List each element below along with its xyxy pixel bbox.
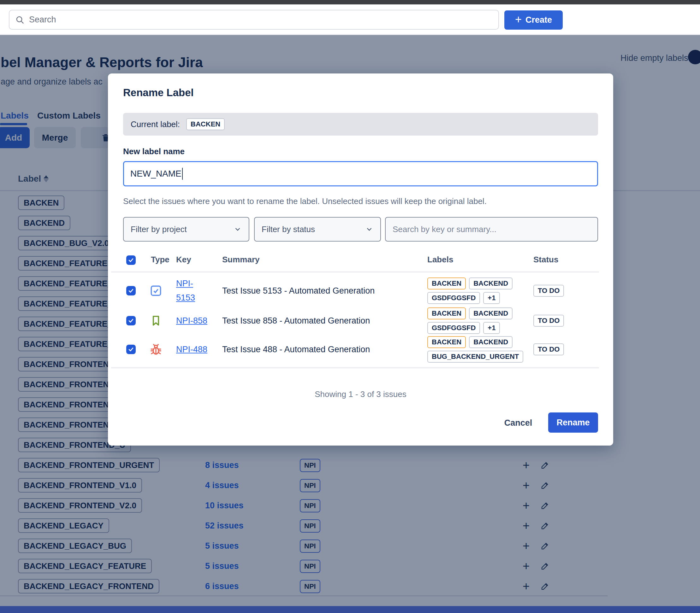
issue-key-link[interactable]: NPI-5153: [176, 276, 208, 304]
modal-title: Rename Label: [123, 87, 194, 99]
issues-table-header: Type Key Summary Labels Status: [108, 253, 613, 267]
issue-summary: Test Issue 488 - Automated Generation: [222, 345, 370, 354]
label-chip: BACKEND: [469, 336, 512, 348]
row-checkbox[interactable]: [126, 316, 136, 325]
label-chip: BACKEND: [469, 277, 512, 289]
chevron-down-icon: [233, 225, 242, 233]
issue-key-link[interactable]: NPI-858: [176, 314, 208, 328]
row-checkbox[interactable]: [126, 286, 136, 296]
issue-row: NPI-5153 Test Issue 5153 - Automated Gen…: [108, 272, 613, 309]
search-placeholder: Search: [29, 15, 56, 25]
pagination-summary: Showing 1 - 3 of 3 issues: [108, 389, 613, 399]
column-header-summary: Summary: [222, 255, 260, 264]
issue-row: NPI-858 Test Issue 858 - Automated Gener…: [108, 309, 613, 332]
story-icon: [149, 314, 163, 328]
current-label-band: Current label: BACKEN: [123, 113, 598, 135]
label-chip: BACKEN: [427, 308, 466, 319]
current-label-caption: Current label:: [131, 119, 180, 129]
search-icon: [15, 15, 25, 25]
rename-button[interactable]: Rename: [548, 413, 598, 433]
issue-search-input[interactable]: Search by key or summary...: [385, 217, 598, 242]
chevron-down-icon: [365, 225, 373, 233]
column-header-status: Status: [533, 255, 558, 264]
row-checkbox[interactable]: [126, 345, 136, 354]
issue-search-placeholder: Search by key or summary...: [393, 224, 496, 234]
app-header: Search + Create: [0, 4, 700, 35]
label-chip: BUG_BACKEND_URGENT: [427, 351, 523, 363]
issue-summary: Test Issue 5153 - Automated Generation: [222, 286, 374, 296]
rename-label-modal: Rename Label Current label: BACKEN New l…: [108, 74, 613, 446]
more-labels-chip: +1: [483, 292, 500, 304]
label-chip: BACKEND: [469, 308, 512, 319]
column-header-type: Type: [151, 255, 169, 264]
status-badge: TO DO: [533, 343, 564, 355]
new-label-name-label: New label name: [123, 147, 184, 156]
status-cell: TO DO: [533, 285, 564, 297]
current-label-chip: BACKEN: [186, 118, 225, 130]
new-label-name-input[interactable]: NEW_NAME: [123, 161, 598, 186]
status-cell: TO DO: [533, 343, 564, 355]
issue-labels: BACKEN BACKEND BUG_BACKEND_URGENT: [427, 336, 523, 363]
issue-labels: BACKEN BACKEND GSDFGGSFD +1: [427, 308, 512, 334]
browser-chrome-strip: [0, 0, 700, 4]
status-badge: TO DO: [533, 315, 564, 327]
task-icon: [149, 284, 163, 298]
issue-row: NPI-488 Test Issue 488 - Automated Gener…: [108, 332, 613, 367]
bug-icon: [149, 342, 163, 356]
issue-summary: Test Issue 858 - Automated Generation: [222, 316, 370, 326]
column-header-key: Key: [176, 255, 191, 264]
label-chip: BACKEN: [427, 336, 466, 348]
status-cell: TO DO: [533, 315, 564, 327]
label-chip: BACKEN: [427, 277, 466, 289]
status-badge: TO DO: [533, 285, 564, 297]
cancel-button[interactable]: Cancel: [499, 414, 537, 432]
select-all-checkbox[interactable]: [126, 256, 136, 265]
plus-icon: +: [515, 14, 522, 25]
issue-labels: BACKEN BACKEND GSDFGGSFD +1: [427, 277, 512, 304]
filter-by-status-select[interactable]: Filter by status: [254, 217, 381, 242]
table-divider: [111, 367, 599, 368]
column-header-labels: Labels: [427, 255, 453, 264]
create-button[interactable]: + Create: [504, 10, 563, 30]
label-chip: GSDFGGSFD: [427, 292, 480, 304]
text-cursor: [182, 168, 183, 180]
filter-by-project-select[interactable]: Filter by project: [123, 217, 249, 242]
issue-key-link[interactable]: NPI-488: [176, 342, 208, 357]
helper-text: Select the issues where you want to rena…: [123, 196, 487, 206]
global-search-input[interactable]: Search: [9, 10, 499, 30]
screen: Search + Create bel Manager & Reports fo…: [0, 0, 700, 613]
